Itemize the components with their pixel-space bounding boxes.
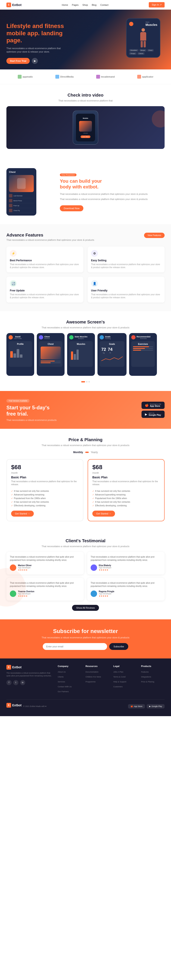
testimonial-text-1: That necessitates a robust ecommerce pla… bbox=[91, 555, 161, 562]
muscle-body bbox=[140, 32, 146, 41]
footer-link-features-anchor[interactable]: Features bbox=[141, 671, 149, 673]
footer-link-programme-anchor[interactable]: Programme bbox=[85, 681, 96, 683]
dot-0[interactable] bbox=[81, 381, 85, 382]
price-feature-0-0: ✓It has survived not only five centuries bbox=[11, 489, 79, 493]
footer-play-store-button[interactable]: ▶ Google Play bbox=[147, 704, 165, 708]
footer-link-children: Children For More bbox=[85, 675, 109, 678]
footer-link-jobs-anchor[interactable]: Jobs A Plan bbox=[113, 671, 123, 673]
footer-link-docs-anchor[interactable]: Documentation bbox=[85, 671, 99, 673]
bar-2-2 bbox=[77, 350, 79, 360]
get-started-button-0[interactable]: Get Started → bbox=[11, 511, 34, 517]
check-icon: ✓ bbox=[92, 497, 94, 500]
nav-link-home[interactable]: Home bbox=[62, 4, 68, 6]
footer-link-customers-anchor[interactable]: Customers bbox=[113, 686, 123, 688]
nav-link-pages[interactable]: Pages bbox=[72, 4, 78, 6]
play-store-button[interactable]: ▶ Get it on Google Play bbox=[142, 410, 165, 418]
price-feature-1-0: ✓It has survived not only five centuries bbox=[92, 489, 160, 493]
nav-link-contact[interactable]: Contact bbox=[100, 4, 109, 6]
screen-1-screen-title: Chest bbox=[41, 343, 61, 345]
footer-link-integrations: Integrations bbox=[141, 675, 165, 678]
pricing-card-1: $68 /month Basic Plan That necessitates … bbox=[88, 459, 165, 521]
newsletter-subscribe-button[interactable]: Subscribe bbox=[109, 643, 128, 650]
download-button[interactable]: Download Now bbox=[60, 205, 83, 211]
nav-link-shop[interactable]: Shop bbox=[83, 4, 88, 6]
footer-link-clients-anchor[interactable]: Clients bbox=[58, 676, 64, 678]
app-store-button[interactable]: 🍎 Download on the App Store bbox=[142, 402, 165, 409]
exercise-item-3: Chest Fly bbox=[9, 208, 34, 213]
logo-directmedia: DirectMedia bbox=[55, 75, 74, 79]
price-feature-0-3: ✓It has survived not only five centuries bbox=[11, 500, 79, 504]
hero-play-button[interactable]: ▶ bbox=[32, 58, 38, 64]
footer-description: The necessitates a robust ecommerce plat… bbox=[6, 672, 53, 678]
footer-link-children-anchor[interactable]: Children For More bbox=[85, 676, 101, 678]
nav-links: Home Pages Shop Blog Contact bbox=[62, 4, 109, 6]
app-store-label: Download on the App Store bbox=[150, 403, 161, 407]
get-started-button-1[interactable]: Get Started → bbox=[92, 511, 115, 517]
pricing-toggle-switch[interactable] bbox=[85, 452, 89, 453]
footer-link-about-anchor[interactable]: About Us bbox=[58, 671, 66, 673]
screen-card-2: Stats Muscles Analytics Muscles bbox=[67, 333, 95, 376]
dot-2[interactable] bbox=[88, 381, 90, 382]
video-phone-screen: Mobile Lifestyle Learn More bbox=[76, 114, 95, 142]
screen-1-bar-1 bbox=[41, 362, 61, 363]
screen-1-role: Workout bbox=[44, 338, 50, 339]
price-features-0: ✓It has survived not only five centuries… bbox=[11, 489, 79, 508]
screen-3-header: Goals Tracking bbox=[100, 335, 125, 339]
dot-1[interactable] bbox=[86, 381, 88, 382]
footer-link-integrations-anchor[interactable]: Integrations bbox=[141, 676, 151, 678]
footer-col-legal: Legal Jobs A Plan Terms & Cond Help & Su… bbox=[113, 665, 137, 694]
screens-title: Awesome Screen's bbox=[6, 320, 165, 325]
social-facebook[interactable]: f bbox=[6, 680, 11, 685]
trial-store-buttons: 🍎 Download on the App Store ▶ Get it on … bbox=[142, 402, 165, 418]
bar-2-1 bbox=[74, 354, 76, 360]
hero-cta-button[interactable]: Start Free Trial bbox=[6, 58, 30, 64]
footer-link-terms-anchor[interactable]: Terms & Cond bbox=[113, 676, 125, 678]
logo-directmedia-icon bbox=[55, 75, 59, 79]
footer-link-partners-anchor[interactable]: Our Partners bbox=[58, 690, 69, 693]
footer-link-contact-anchor[interactable]: Contact With Us bbox=[58, 686, 72, 688]
pricing-yearly-label: Yearly bbox=[91, 451, 98, 454]
app-store-label-bottom: App Store bbox=[150, 405, 160, 407]
price-plan-1: Basic Plan bbox=[92, 476, 160, 479]
footer-link-services-anchor[interactable]: Services bbox=[58, 681, 65, 683]
footer-app-store-label: App Store bbox=[134, 705, 142, 707]
newsletter-section: Subscribe for newsletter That necessitat… bbox=[0, 619, 171, 659]
screens-grid: David User Profile Profile Chest Wo bbox=[6, 333, 165, 378]
screen-1-graphic bbox=[41, 347, 61, 360]
testimonial-title-1: App Developer bbox=[99, 566, 112, 569]
muscle-head bbox=[142, 28, 145, 32]
footer-android-icon: ▶ bbox=[149, 705, 151, 707]
testimonial-card-1: That necessitates a robust ecommerce pla… bbox=[87, 552, 165, 574]
signin-button[interactable]: Sign In ↗ bbox=[149, 2, 165, 8]
footer-bottom-logo: E Extbot bbox=[6, 703, 22, 708]
view-features-button[interactable]: View Features bbox=[144, 233, 165, 238]
nav-link-blog[interactable]: Blog bbox=[92, 4, 96, 6]
logo-tecademand: tecademand bbox=[96, 75, 115, 79]
hero-section: Lifestyle and fitness mobile app. landin… bbox=[0, 10, 171, 70]
footer-link-help-anchor[interactable]: Help & Support bbox=[113, 681, 126, 683]
video-preview[interactable]: Mobile Lifestyle Learn More bbox=[6, 106, 165, 149]
footer-col-legal-links: Jobs A Plan Terms & Cond Help & Support … bbox=[113, 670, 137, 688]
screen-3-line-chart bbox=[101, 355, 123, 363]
show-more-reviews-button[interactable]: Show All Reviews bbox=[72, 605, 99, 611]
trial-content: Trial Version Available Start your 5-day… bbox=[6, 398, 57, 421]
testimonial-text-0: That necessitates a robust ecommerce pla… bbox=[10, 555, 80, 562]
advance-features-section: Advance Features That necessitates a rob… bbox=[0, 224, 171, 311]
testimonial-author-3: Ragena Pringle App Developer ★★★★★ bbox=[91, 590, 161, 597]
screen-4-header: Recommended Exercises bbox=[131, 335, 155, 339]
exercise-item-0: Last Exercise bbox=[9, 193, 34, 198]
hero-title: Lifestyle and fitness mobile app. landin… bbox=[6, 22, 122, 44]
logo-appmatic-icon bbox=[18, 75, 22, 79]
footer-app-store-button[interactable]: 🍎 App Store bbox=[128, 704, 145, 708]
footer-link-pricing-anchor[interactable]: Price & Planing bbox=[141, 681, 154, 683]
stat-pill-3: Triceps bbox=[129, 52, 137, 55]
footer-link-customers: Customers bbox=[113, 684, 137, 688]
screen-card-4: Recommended Exercises Exercises bbox=[129, 333, 157, 376]
social-linkedin[interactable]: in bbox=[20, 680, 25, 685]
newsletter-form: Subscribe bbox=[43, 643, 128, 650]
screen-0-screen-title: Profile bbox=[10, 343, 30, 345]
screen-3-stats: 72 kg 74 % bbox=[101, 347, 123, 354]
pricing-subtitle: That necessitates a robust ecommerce pla… bbox=[6, 444, 165, 447]
social-twitter[interactable]: t bbox=[13, 680, 18, 685]
newsletter-email-input[interactable] bbox=[43, 643, 107, 650]
